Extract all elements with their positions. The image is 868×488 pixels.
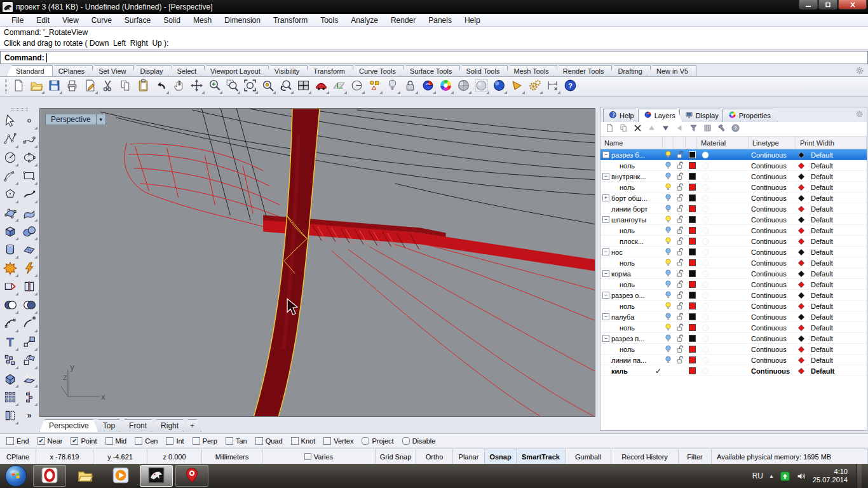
layer-material-icon[interactable] [701,171,710,182]
layer-visibility-bulb-icon[interactable] [663,311,673,322]
zoom-back-button[interactable] [277,78,294,95]
layer-print-width[interactable]: Default [811,268,833,279]
array-grid-button[interactable] [1,390,19,407]
toolbar-tab-surface-tools[interactable]: Surface Tools [400,65,460,76]
dimension-button[interactable] [544,78,561,95]
toolbar-tab-render-tools[interactable]: Render Tools [553,65,613,76]
layer-linetype[interactable]: Continuous [751,311,787,322]
status-smarttrack[interactable]: SmartTrack [517,449,566,464]
expander-minus-icon[interactable]: − [602,248,609,255]
layer-color-swatch[interactable] [689,301,696,311]
revolve-button[interactable] [1,242,19,259]
layer-row[interactable]: нольContinuousDefault [600,279,867,290]
layer-color-swatch[interactable] [689,268,696,279]
command-input[interactable]: Command: [0,51,868,64]
column-header-print-width[interactable]: Print Width [796,137,867,149]
column-header-linetype[interactable]: Linetype [749,137,796,149]
paste-button[interactable] [135,78,152,95]
layer-row[interactable]: −шпангоутыContinuousDefault [600,214,867,225]
status-y-4-621[interactable]: y -4.621 [93,449,147,464]
osnap-int[interactable]: Int [166,437,184,445]
status-varies[interactable]: Varies [262,449,376,464]
layer-color-swatch[interactable] [689,149,696,160]
layer-print-width[interactable]: Default [811,182,833,193]
layer-lock-icon[interactable] [675,149,685,160]
boolean-union-button[interactable] [20,297,38,315]
layer-color-swatch[interactable] [689,171,696,182]
layer-print-color-icon[interactable] [797,214,805,225]
lock-button[interactable] [402,78,419,95]
polyline-button[interactable] [1,132,19,149]
new-document-button[interactable] [10,78,27,95]
help-button[interactable]: ? [562,78,579,95]
tools-button[interactable] [715,123,728,135]
layer-lock-icon[interactable] [675,268,685,279]
osnap-near[interactable]: ✔Near [37,437,63,445]
start-button[interactable] [5,465,27,487]
layer-print-color-icon[interactable] [797,225,805,236]
layer-row[interactable]: −палубаContinuousDefault [600,311,867,322]
checkbox-perp[interactable] [193,437,200,445]
layer-print-width[interactable]: Default [811,225,833,236]
menu-view[interactable]: View [56,15,85,26]
osnap-disable[interactable]: Disable [402,437,436,445]
expander-minus-icon[interactable]: − [602,270,609,277]
layer-row[interactable]: нольContinuousDefault [600,344,867,355]
layer-material-icon[interactable] [701,203,710,214]
toolbar-tab-transform[interactable]: Transform [304,65,353,76]
layer-visibility-bulb-icon[interactable] [663,247,673,257]
layer-color-swatch[interactable] [689,236,696,247]
layer-row[interactable]: плоск...ContinuousDefault [600,236,867,247]
zoom-selected-button[interactable] [259,78,276,95]
layer-lock-icon[interactable] [675,247,685,257]
osnap-knot[interactable]: Knot [291,437,316,445]
layer-visibility-bulb-icon[interactable] [663,149,673,160]
box-button[interactable] [1,224,19,241]
boolean-difference-button[interactable] [1,297,19,315]
layer-print-color-icon[interactable] [797,290,805,301]
checkbox-mid[interactable] [105,437,113,445]
arc-button[interactable] [1,168,19,186]
color-wheel-button[interactable] [437,78,454,95]
status-osnap[interactable]: Osnap [485,449,517,464]
checkbox-knot[interactable] [291,437,299,445]
restore-button[interactable] [818,0,837,10]
layer-row[interactable]: линии бортContinuousDefault [600,203,867,214]
undo-button[interactable] [153,78,170,95]
layer-print-color-icon[interactable] [797,193,805,203]
layer-color-swatch[interactable] [689,322,696,333]
command-history[interactable]: Command: '_RotateView Click and drag to … [0,27,868,50]
move-left-button[interactable] [673,123,686,135]
rectangle-button[interactable] [20,168,38,186]
layer-print-width[interactable]: Default [811,149,833,160]
layer-linetype[interactable]: Continuous [751,203,787,214]
layer-lock-icon[interactable] [675,301,685,311]
layer-print-width[interactable]: Default [811,301,833,311]
toolbar-tab-visibility[interactable]: Visibility [265,65,308,76]
layer-row[interactable]: −разрез б...ContinuousDefault [600,149,867,160]
split-button[interactable] [20,279,38,296]
osnap-end[interactable]: End [6,437,29,445]
layer-visibility-bulb-icon[interactable] [663,268,673,279]
layer-print-color-icon[interactable] [797,247,805,257]
layer-print-width[interactable]: Default [811,344,833,355]
viewport-tab-top[interactable]: Top [93,419,125,432]
taskbar-rhino-app-button[interactable] [140,465,173,487]
checkbox-quad[interactable] [255,437,263,445]
zoom-window-button[interactable] [224,78,241,95]
cut-button[interactable] [99,78,116,95]
layer-material-icon[interactable] [701,290,710,301]
layer-color-swatch[interactable] [689,214,696,225]
expander-plus-icon[interactable]: + [602,194,609,201]
taskbar-pin-camera-button[interactable] [175,465,208,487]
layer-print-width[interactable]: Default [811,322,833,333]
column-header-color[interactable] [686,137,697,149]
menu-curve[interactable]: Curve [85,15,118,26]
layer-color-swatch[interactable] [689,311,696,322]
toolbar-tab-curve-tools[interactable]: Curve Tools [349,65,404,76]
layer-print-color-icon[interactable] [797,268,805,279]
column-header-name[interactable]: Name [600,137,663,149]
checkbox-vertex[interactable] [323,437,331,445]
copy-button[interactable] [117,78,134,95]
layer-print-width[interactable]: Default [811,355,833,365]
